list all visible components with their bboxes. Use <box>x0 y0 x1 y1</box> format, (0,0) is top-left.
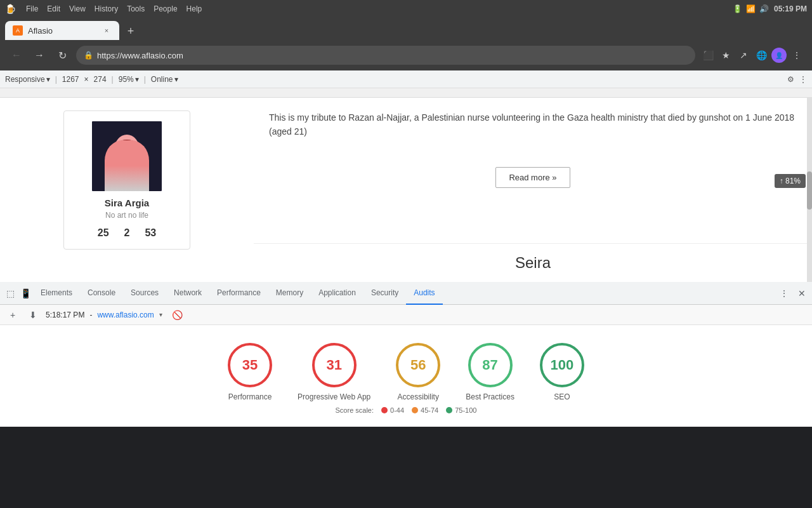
devtools-inspect-icon[interactable]: ⬚ <box>3 286 18 301</box>
stat-num-0: 25 <box>98 227 109 239</box>
seira-title: Seira <box>269 249 797 277</box>
menu-edit[interactable]: Edit <box>47 4 60 13</box>
session-time: 5:18:17 PM <box>46 311 84 319</box>
tab-audits[interactable]: Audits <box>406 282 442 305</box>
bookmark-icon[interactable]: ★ <box>718 48 733 63</box>
scale-orange: 45-74 <box>412 406 438 414</box>
scrollbar-thumb[interactable] <box>807 171 812 210</box>
tab-network[interactable]: Network <box>166 282 209 305</box>
scale-dot-red <box>381 407 388 413</box>
tab-title: Aflasio <box>28 26 96 36</box>
responsive-bar: Responsive ▾ | 1267 × 274 | 95% ▾ | Onli… <box>0 70 812 88</box>
tab-memory[interactable]: Memory <box>268 282 311 305</box>
tab-elements[interactable]: Elements <box>33 282 80 305</box>
responsive-select[interactable]: Responsive ▾ <box>5 75 50 84</box>
session-separator: - <box>89 311 92 319</box>
tab-close-btn[interactable]: × <box>102 25 112 36</box>
ruler-horizontal <box>0 88 812 98</box>
menu-help[interactable]: Help <box>187 4 202 13</box>
scale-green: 75-100 <box>446 406 476 414</box>
viewport-divider: | <box>112 75 114 84</box>
responsive-bar-icons: ⚙ ⋮ <box>787 75 807 84</box>
score-pwa: 31 Progressive Web App <box>298 343 370 401</box>
score-value-seo: 100 <box>551 357 574 373</box>
more-icon[interactable]: ⋮ <box>799 75 807 84</box>
forward-button[interactable]: → <box>30 46 48 64</box>
profile-avatar <box>92 121 162 191</box>
tab-performance[interactable]: Performance <box>209 282 268 305</box>
url-text: https://www.aflasio.com <box>97 51 688 60</box>
score-label-pwa: Progressive Web App <box>298 392 370 401</box>
tab-security[interactable]: Security <box>363 282 406 305</box>
score-performance: 35 Performance <box>228 343 272 401</box>
score-accessibility: 56 Accessibility <box>396 343 440 401</box>
scale-range-orange: 45-74 <box>421 406 438 414</box>
session-add-icon[interactable]: + <box>5 307 20 323</box>
score-value-pwa: 31 <box>326 357 341 373</box>
score-label-best-practices: Best Practices <box>466 392 514 401</box>
address-bar-actions: ⬛ ★ ↗ 🌐 👤 ⋮ <box>700 48 804 63</box>
scale-dot-green <box>446 407 452 413</box>
os-time: 05:19 PM <box>774 4 807 13</box>
devtools-close-icon[interactable]: ✕ <box>794 286 809 301</box>
online-select[interactable]: Online ▾ <box>151 75 178 84</box>
menu-icon[interactable]: ⋮ <box>789 48 804 63</box>
tribute-panel: This is my tribute to Razan al-Najjar, a… <box>254 98 812 243</box>
os-menu[interactable]: File Edit View History Tools People Help <box>26 4 202 13</box>
settings-icon[interactable]: ⚙ <box>787 75 794 84</box>
tab-application[interactable]: Application <box>311 282 363 305</box>
cast-icon[interactable]: ⬛ <box>700 48 716 63</box>
menu-view[interactable]: View <box>69 4 86 13</box>
session-stop-icon[interactable]: 🚫 <box>170 307 185 323</box>
responsive-divider: | <box>55 75 57 84</box>
session-download-icon[interactable]: ⬇ <box>25 307 41 323</box>
profile-panel: Sira Argia No art no life 25 2 53 <box>0 98 254 282</box>
viewport-width: 1267 <box>62 75 79 84</box>
score-label-performance: Performance <box>228 392 272 401</box>
score-value-performance: 35 <box>242 357 258 373</box>
profile-avatar-img <box>92 121 162 191</box>
user-avatar[interactable]: 👤 <box>771 48 787 63</box>
session-bar: + ⬇ 5:18:17 PM - www.aflasio.com ▾ 🚫 <box>0 305 812 325</box>
scale-dot-orange <box>412 407 418 413</box>
svg-point-1 <box>114 135 140 165</box>
score-seo: 100 SEO <box>540 343 584 401</box>
read-more-button[interactable]: Read more » <box>495 167 570 188</box>
profile-card: Sira Argia No art no life 25 2 53 <box>63 110 190 250</box>
tribute-text: This is my tribute to Razan al-Najjar, a… <box>269 110 797 139</box>
back-button[interactable]: ← <box>8 46 25 64</box>
score-scale: Score scale: 0-44 45-74 75-100 <box>336 406 477 414</box>
resp-divider2: | <box>144 75 146 84</box>
scale-range-red: 0-44 <box>390 406 404 414</box>
score-circle-seo: 100 <box>540 343 584 387</box>
translate-icon[interactable]: 🌐 <box>754 48 769 63</box>
profile-bio: No art no life <box>105 211 148 220</box>
scale-range-green: 75-100 <box>455 406 476 414</box>
score-best-practices: 87 Best Practices <box>466 343 514 401</box>
session-chevron[interactable]: ▾ <box>159 311 162 318</box>
menu-people[interactable]: People <box>154 4 177 13</box>
scrollbar-right[interactable] <box>807 98 812 282</box>
devtools-device-icon[interactable]: 📱 <box>18 286 33 301</box>
menu-file[interactable]: File <box>26 4 38 13</box>
refresh-button[interactable]: ↻ <box>53 46 71 64</box>
menu-history[interactable]: History <box>95 4 118 13</box>
score-label-accessibility: Accessibility <box>398 392 439 401</box>
extension-icon[interactable]: ↗ <box>736 48 751 63</box>
devtools-tabs: ⬚ 📱 Elements Console Sources Network Per… <box>0 282 812 305</box>
scale-label: Score scale: <box>336 406 374 414</box>
browser-tab-aflasio[interactable]: A Aflasio × <box>5 21 119 40</box>
url-bar[interactable]: 🔒 https://www.aflasio.com <box>76 46 695 65</box>
browser-chrome: A Aflasio × + ← → ↻ 🔒 https://www.aflasi… <box>0 17 812 98</box>
zoom-select[interactable]: 95% ▾ <box>119 75 139 84</box>
tab-favicon: A <box>13 25 23 36</box>
score-value-accessibility: 56 <box>410 357 426 373</box>
devtools-more-icon[interactable]: ⋮ <box>776 286 792 301</box>
tab-console[interactable]: Console <box>80 282 123 305</box>
session-url[interactable]: www.aflasio.com <box>97 311 154 319</box>
tab-sources[interactable]: Sources <box>123 282 166 305</box>
stat-num-2: 53 <box>145 227 156 239</box>
menu-tools[interactable]: Tools <box>127 4 145 13</box>
devtools-panel: ⬚ 📱 Elements Console Sources Network Per… <box>0 282 812 508</box>
new-tab-button[interactable]: + <box>122 22 140 40</box>
